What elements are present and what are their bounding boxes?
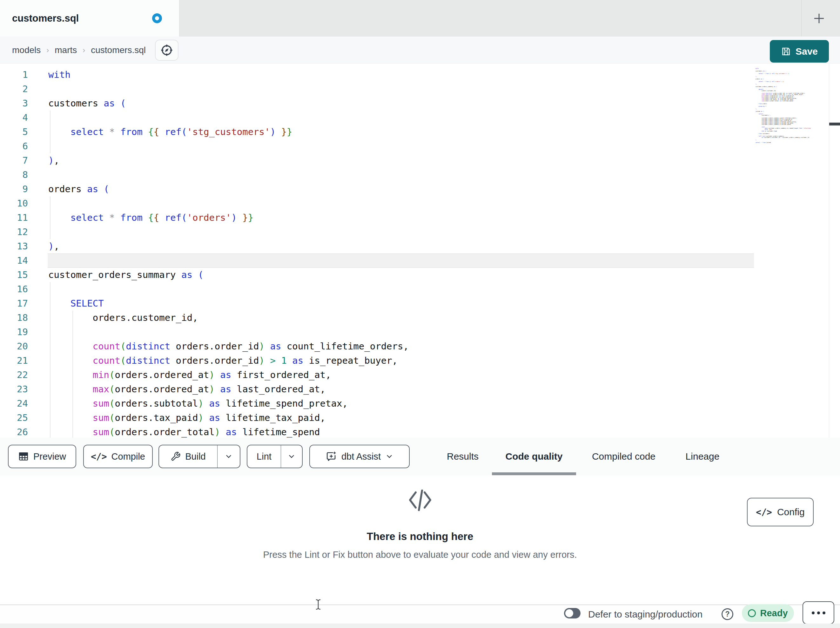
line-number[interactable]: 11 bbox=[0, 210, 28, 225]
tab-results[interactable]: Results bbox=[444, 445, 482, 468]
build-dropdown-button[interactable] bbox=[218, 445, 240, 468]
line-number[interactable]: 23 bbox=[0, 382, 28, 396]
line-number[interactable]: 5 bbox=[0, 125, 28, 139]
build-label: Build bbox=[185, 451, 206, 462]
compile-button[interactable]: </> Compile bbox=[83, 445, 153, 468]
ready-circle-icon bbox=[748, 609, 756, 617]
empty-state-subtitle: Press the Lint or Fix button above to ev… bbox=[0, 549, 840, 560]
line-number[interactable]: 14 bbox=[0, 253, 28, 268]
wrench-icon bbox=[171, 451, 181, 462]
line-number[interactable]: 17 bbox=[0, 296, 28, 311]
code-line[interactable]: 24 sum(orders.subtotal) as lifetime_spen… bbox=[0, 396, 840, 411]
line-number[interactable]: 21 bbox=[0, 354, 28, 368]
line-number[interactable]: 6 bbox=[0, 139, 28, 153]
text-cursor-pointer bbox=[315, 599, 321, 610]
code-line[interactable]: 11 select * from {{ ref('orders') }} bbox=[0, 210, 840, 225]
code-line[interactable]: 6 bbox=[0, 139, 840, 153]
code-line[interactable]: 14 bbox=[0, 253, 840, 268]
code-line[interactable]: 7), bbox=[0, 153, 840, 168]
code-line[interactable]: 22 min(orders.ordered_at) as first_order… bbox=[0, 368, 840, 382]
preview-button[interactable]: Preview bbox=[8, 445, 76, 468]
line-number[interactable]: 10 bbox=[0, 196, 28, 210]
config-button[interactable]: </> Config bbox=[747, 498, 814, 526]
line-number[interactable]: 4 bbox=[0, 111, 28, 125]
bottom-strip bbox=[0, 623, 840, 628]
line-number[interactable]: 18 bbox=[0, 311, 28, 325]
tab-lineage[interactable]: Lineage bbox=[684, 445, 722, 468]
code-line[interactable]: 10 bbox=[0, 196, 840, 210]
breadcrumb-bar: models › marts › customers.sql Save bbox=[0, 36, 840, 63]
config-label: Config bbox=[777, 507, 805, 517]
line-number[interactable]: 26 bbox=[0, 425, 28, 438]
line-number[interactable]: 19 bbox=[0, 325, 28, 339]
code-line[interactable]: 17 SELECT bbox=[0, 296, 840, 311]
indent-guide bbox=[50, 325, 51, 339]
tab-compiled-code[interactable]: Compiled code bbox=[589, 445, 659, 468]
code-line[interactable]: 13), bbox=[0, 239, 840, 253]
action-toolbar: Preview </> Compile Build Lint bbox=[0, 438, 840, 476]
indent-guide bbox=[50, 196, 51, 210]
tab-code-quality[interactable]: Code quality bbox=[492, 445, 576, 468]
code-line[interactable]: 18 orders.customer_id, bbox=[0, 311, 840, 325]
line-number[interactable]: 8 bbox=[0, 168, 28, 182]
code-line[interactable]: 3customers as ( bbox=[0, 96, 840, 111]
code-line[interactable]: 16 bbox=[0, 282, 840, 296]
line-number[interactable]: 25 bbox=[0, 411, 28, 425]
code-line[interactable]: 21 count(distinct orders.order_id) > 1 a… bbox=[0, 354, 840, 368]
line-number[interactable]: 15 bbox=[0, 268, 28, 282]
code-line[interactable]: 25 sum(orders.tax_paid) as lifetime_tax_… bbox=[0, 411, 840, 425]
breadcrumb-item-file: customers.sql bbox=[91, 45, 146, 55]
breadcrumb-item-marts[interactable]: marts bbox=[55, 45, 77, 55]
line-number[interactable]: 22 bbox=[0, 368, 28, 382]
code-line[interactable]: 20 count(distinct orders.order_id) as co… bbox=[0, 339, 840, 354]
code-line[interactable]: 26 sum(orders.order_total) as lifetime_s… bbox=[0, 425, 840, 438]
indent-guide bbox=[73, 325, 73, 339]
code-line[interactable]: 1with bbox=[0, 68, 840, 82]
chevron-down-icon bbox=[287, 452, 296, 460]
code-line[interactable]: 19 bbox=[0, 325, 840, 339]
build-split-button: Build bbox=[158, 445, 240, 468]
line-number[interactable]: 7 bbox=[0, 153, 28, 168]
code-editor[interactable]: 1with23customers as (45 select * from {{… bbox=[0, 63, 840, 438]
lint-dropdown-button[interactable] bbox=[281, 445, 302, 468]
code-line[interactable]: 23 max(orders.ordered_at) as last_ordere… bbox=[0, 382, 840, 396]
code-lines[interactable]: 1with23customers as (45 select * from {{… bbox=[0, 68, 840, 438]
code-line[interactable]: 9orders as ( bbox=[0, 182, 840, 196]
line-number[interactable]: 16 bbox=[0, 282, 28, 296]
save-label: Save bbox=[796, 46, 818, 57]
save-button[interactable]: Save bbox=[770, 40, 829, 63]
breadcrumb-item-models[interactable]: models bbox=[12, 45, 41, 55]
line-number[interactable]: 3 bbox=[0, 96, 28, 111]
empty-state: There is nothing here Press the Lint or … bbox=[0, 487, 840, 560]
line-number[interactable]: 9 bbox=[0, 182, 28, 196]
more-options-button[interactable] bbox=[802, 601, 834, 624]
line-number[interactable]: 2 bbox=[0, 82, 28, 96]
line-number[interactable]: 24 bbox=[0, 396, 28, 411]
line-number[interactable]: 13 bbox=[0, 239, 28, 253]
minimap[interactable]: withcustomers as ( select * from {{ ref(… bbox=[756, 68, 829, 143]
line-number[interactable]: 20 bbox=[0, 339, 28, 354]
code-line[interactable]: 4 bbox=[0, 111, 840, 125]
line-number[interactable]: 12 bbox=[0, 225, 28, 239]
overview-ruler-marker[interactable] bbox=[829, 123, 840, 125]
explore-lineage-button[interactable] bbox=[155, 40, 178, 61]
lint-label: Lint bbox=[257, 451, 272, 462]
code-line[interactable]: 5 select * from {{ ref('stg_customers') … bbox=[0, 125, 840, 139]
code-line[interactable]: 15customer_orders_summary as ( bbox=[0, 268, 840, 282]
tab-customers-sql[interactable]: customers.sql bbox=[0, 0, 180, 36]
code-text: SELECT bbox=[48, 296, 104, 311]
defer-toggle[interactable] bbox=[564, 608, 581, 619]
build-button[interactable]: Build bbox=[159, 445, 217, 468]
new-tab-button[interactable] bbox=[812, 11, 826, 26]
lint-button[interactable]: Lint bbox=[247, 445, 281, 468]
code-line[interactable]: 8 bbox=[0, 168, 840, 182]
dbt-assist-button[interactable]: dbt Assist bbox=[309, 445, 410, 468]
ellipsis-icon bbox=[817, 612, 820, 614]
indent-guide bbox=[50, 282, 51, 296]
help-icon[interactable]: ? bbox=[722, 608, 733, 620]
current-line-highlight bbox=[47, 253, 754, 268]
code-line[interactable]: 12 bbox=[0, 225, 840, 239]
table-icon bbox=[18, 451, 29, 462]
line-number[interactable]: 1 bbox=[0, 68, 28, 82]
code-line[interactable]: 2 bbox=[0, 82, 840, 96]
